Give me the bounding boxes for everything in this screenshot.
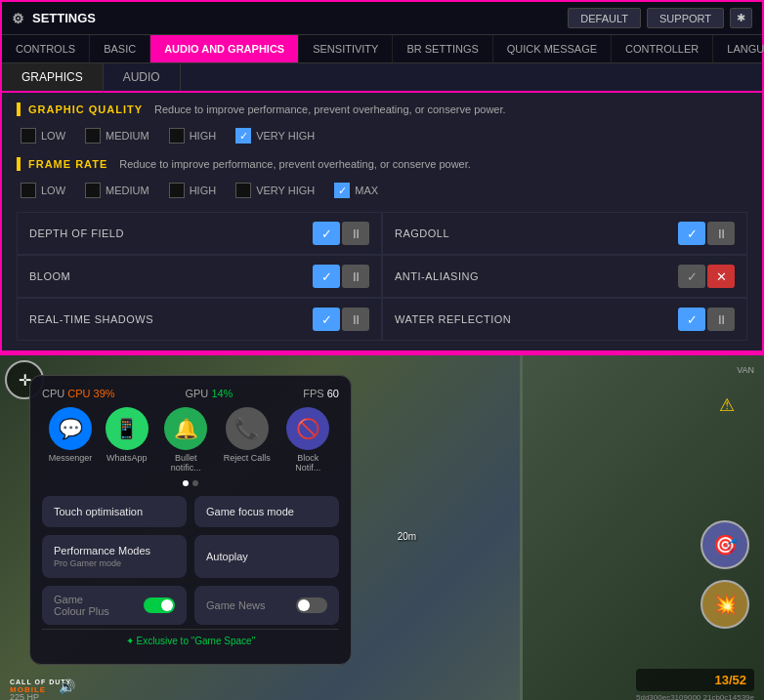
warning-icon: ⚠	[719, 394, 735, 416]
setting-real-time-shadows: REAL-TIME SHADOWS ✓ ⏸	[17, 298, 382, 341]
setting-bloom: BLOOM ✓ ⏸	[17, 255, 382, 298]
gq-high-label: HIGH	[190, 130, 217, 142]
setting-depth-of-field: DEPTH OF FIELD ✓ ⏸	[17, 212, 382, 255]
tab-audio-graphics[interactable]: AUDIO AND GRAPHICS	[150, 35, 299, 62]
tab-controls[interactable]: CONTROLS	[2, 35, 90, 62]
fr-very-high-checkbox[interactable]	[235, 183, 251, 198]
hud-right-bottom: 13/52 5dd300ec3109000 21cb0c14539e	[636, 669, 754, 700]
toggle-aa-off[interactable]: ✕	[707, 265, 735, 288]
toggle-ragdoll-on[interactable]: ✓	[678, 222, 705, 245]
toggle-wr-off[interactable]: ⏸	[707, 308, 735, 331]
game-news-toggle: Game News	[194, 586, 339, 625]
fr-max: MAX	[334, 183, 378, 198]
nav-tabs: CONTROLS BASIC AUDIO AND GRAPHICS SENSIT…	[2, 35, 762, 63]
fr-high-checkbox[interactable]	[169, 183, 185, 198]
gq-medium-checkbox[interactable]	[85, 128, 101, 144]
van-label: VAN	[737, 365, 754, 375]
toggle-aa-on[interactable]: ✓	[678, 265, 705, 288]
section-bar-gq	[17, 103, 21, 116]
setting-name-wr: WATER REFLECTION	[395, 313, 511, 325]
dot-1	[183, 480, 189, 486]
app-messenger: 💬 Messenger	[49, 407, 93, 463]
tab-language[interactable]: LANGUAGE	[713, 35, 764, 62]
tab-basic[interactable]: BASIC	[90, 35, 150, 62]
tab-br-settings[interactable]: BR SETTINGS	[393, 35, 492, 62]
action-btn-1[interactable]: 🎯	[700, 520, 749, 569]
toggle-row: GameColour Plus Game News	[42, 586, 339, 625]
game-news-switch[interactable]	[296, 597, 327, 613]
distance-indicator: 20m	[398, 531, 416, 542]
section-bar-fr	[17, 157, 21, 171]
gq-low-label: LOW	[41, 130, 65, 142]
title-right: DEFAULT SUPPORT ✱	[568, 8, 752, 28]
performance-modes-btn[interactable]: Performance Modes Pro Gamer mode	[42, 535, 187, 578]
frame-rate-desc: Reduce to improve performance, prevent o…	[119, 158, 471, 170]
extra-icon-button[interactable]: ✱	[730, 8, 752, 28]
bullet-notif-label: Bullet notific...	[161, 453, 210, 473]
graphic-quality-desc: Reduce to improve performance, prevent o…	[154, 103, 506, 115]
messenger-label: Messenger	[49, 453, 93, 463]
tab-quick-message[interactable]: QUICK MESSAGE	[493, 35, 612, 62]
default-button[interactable]: DEFAULT	[568, 8, 641, 28]
reject-calls-icon[interactable]: 📞	[226, 407, 269, 450]
game-news-label: Game News	[206, 599, 266, 611]
autoplay-btn[interactable]: Autoplay	[194, 535, 339, 578]
tab-controller[interactable]: CONTROLLER	[612, 35, 713, 62]
fr-high-label: HIGH	[190, 185, 217, 196]
hud-bottom: CALL OF DUTY MOBILE 🔊 225 HP 13/52 5dd30…	[0, 669, 764, 700]
graphic-quality-section: GRAPHIC QUALITY Reduce to improve perfor…	[17, 103, 747, 116]
toggle-dof: ✓ ⏸	[313, 222, 369, 245]
toggle-dof-on[interactable]: ✓	[313, 222, 340, 245]
sound-icon[interactable]: 🔊	[59, 679, 75, 694]
toggle-bloom-off[interactable]: ⏸	[342, 265, 369, 288]
game-focus-btn[interactable]: Game focus mode	[194, 496, 339, 527]
gs-gpu-stat: GPU 14%	[185, 388, 233, 399]
whatsapp-icon[interactable]: 📱	[106, 407, 149, 450]
fr-low-checkbox[interactable]	[21, 183, 36, 198]
toggle-rts-on[interactable]: ✓	[313, 308, 340, 331]
gq-high-checkbox[interactable]	[169, 128, 185, 144]
fr-max-label: MAX	[355, 185, 378, 196]
tab-sensitivity[interactable]: SENSITIVITY	[299, 35, 393, 62]
gq-medium: MEDIUM	[85, 128, 149, 144]
action-btn-2[interactable]: 💥	[700, 580, 749, 629]
toggle-bloom-on[interactable]: ✓	[313, 265, 340, 288]
fr-medium: MEDIUM	[85, 183, 149, 198]
feature-grid: Touch optimisation Game focus mode Perfo…	[42, 496, 339, 578]
gs-cpu-stat: CPU CPU 39%	[42, 388, 115, 399]
setting-name-aa: ANTI-ALIASING	[395, 270, 479, 282]
gq-medium-label: MEDIUM	[106, 130, 149, 142]
toggle-bloom: ✓ ⏸	[313, 265, 369, 288]
setting-anti-aliasing: ANTI-ALIASING ✓ ✕	[382, 255, 747, 298]
gq-very-high-checkbox[interactable]	[235, 128, 251, 144]
bullet-notif-icon[interactable]: 🔔	[164, 407, 207, 450]
toggle-wr-on[interactable]: ✓	[678, 308, 705, 331]
toggle-ragdoll-off[interactable]: ⏸	[707, 222, 735, 245]
toggle-ragdoll: ✓ ⏸	[678, 222, 735, 245]
gq-very-high-label: VERY HIGH	[256, 130, 315, 142]
ammo-display: 13/52	[636, 669, 754, 691]
settings-panel: ⚙ SETTINGS DEFAULT SUPPORT ✱ CONTROLS BA…	[0, 0, 764, 352]
messenger-icon[interactable]: 💬	[49, 407, 92, 450]
frame-rate-section: FRAME RATE Reduce to improve performance…	[17, 157, 747, 171]
frame-rate-title: FRAME RATE	[28, 158, 107, 170]
dot-2	[192, 480, 198, 486]
settings-title: SETTINGS	[32, 11, 96, 25]
fr-high: HIGH	[169, 183, 217, 198]
app-icons-row: 💬 Messenger 📱 WhatsApp 🔔 Bullet notific.…	[42, 407, 339, 473]
toggle-dof-off[interactable]: ⏸	[342, 222, 369, 245]
title-left: ⚙ SETTINGS	[12, 11, 96, 26]
gq-low-checkbox[interactable]	[21, 128, 36, 144]
subtab-audio[interactable]: AUDIO	[104, 63, 181, 91]
subtab-graphics[interactable]: GRAPHICS	[2, 63, 104, 93]
game-colour-plus-switch[interactable]	[144, 597, 175, 613]
touch-optimisation-btn[interactable]: Touch optimisation	[42, 496, 187, 527]
fr-very-high-label: VERY HIGH	[256, 185, 315, 196]
toggle-rts-off[interactable]: ⏸	[342, 308, 369, 331]
fr-max-checkbox[interactable]	[334, 183, 350, 198]
hud-coords: 5dd300ec3109000 21cb0c14539e	[636, 693, 754, 700]
block-notif-icon[interactable]: 🚫	[286, 407, 329, 450]
game-space-panel: CPU CPU 39% GPU 14% FPS 60 💬 Messenger 📱…	[29, 375, 352, 665]
support-button[interactable]: SUPPORT	[647, 8, 724, 28]
fr-medium-checkbox[interactable]	[85, 183, 101, 198]
